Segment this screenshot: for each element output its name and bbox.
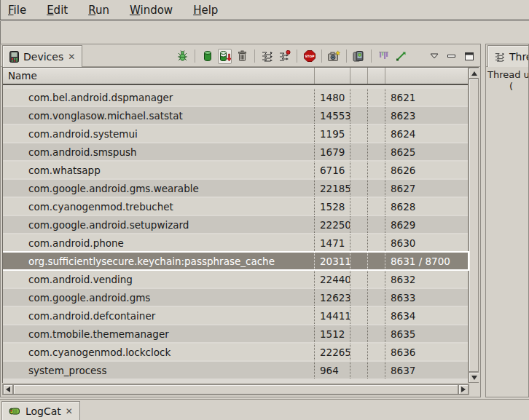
close-icon[interactable]: ✕: [66, 406, 73, 416]
start-method-profiling-icon[interactable]: [278, 49, 291, 64]
table-row-selected[interactable]: org.sufficientlysecure.keychain:passphra…: [3, 253, 468, 269]
toolbar-separator: [371, 49, 372, 63]
scroll-up-button[interactable]: [469, 68, 479, 79]
table-row[interactable]: system_process9648637: [3, 362, 468, 379]
stop-process-icon[interactable]: STOP: [302, 49, 316, 64]
table-header: Name: [3, 68, 468, 85]
toolbar-separator: [195, 49, 195, 63]
menu-edit[interactable]: Edit: [47, 4, 68, 17]
column-header-4[interactable]: [367, 68, 385, 84]
horizontal-scroll-thumb[interactable]: [13, 384, 458, 395]
table-rows: com.bel.android.dspmanager14808621 com.v…: [3, 85, 468, 379]
down-arrow-icon: [471, 376, 477, 380]
update-threads-icon[interactable]: [260, 49, 274, 64]
svg-text:STOP: STOP: [305, 55, 315, 58]
table-row[interactable]: com.bel.android.dspmanager14808621: [3, 89, 468, 106]
cause-gc-icon[interactable]: [235, 49, 249, 64]
menu-bar: File Edit Run Window Help: [0, 0, 529, 20]
table-row[interactable]: com.cyanogenmod.trebuchet15288628: [3, 198, 468, 215]
scroll-right-button[interactable]: [458, 384, 469, 395]
column-header-port[interactable]: [385, 68, 468, 84]
menu-file[interactable]: File: [8, 4, 26, 17]
minimize-icon[interactable]: [444, 49, 458, 64]
horizontal-scrollbar[interactable]: [2, 384, 469, 395]
table-row[interactable]: com.android.phone14718630: [3, 234, 468, 251]
threads-panel: Threads Thread up (: [485, 44, 529, 397]
table-row[interactable]: com.google.android.gms126238633: [3, 289, 468, 306]
menu-window[interactable]: Window: [130, 4, 173, 17]
dump-hprof-icon[interactable]: [218, 49, 232, 64]
scroll-down-button[interactable]: [469, 372, 479, 383]
close-icon[interactable]: ✕: [68, 52, 75, 62]
threads-message: Thread up (: [486, 67, 528, 92]
empty-toolbar-strip: [0, 21, 529, 44]
maximize-icon[interactable]: [462, 49, 476, 64]
toolbar-separator: [321, 49, 322, 63]
update-heap-icon[interactable]: [200, 49, 214, 64]
rotate-screen-icon[interactable]: [352, 49, 366, 64]
menu-run[interactable]: Run: [88, 4, 109, 17]
vertical-scroll-thumb[interactable]: [469, 79, 479, 372]
threads-icon: [495, 52, 505, 62]
left-arrow-icon: [6, 387, 10, 392]
scroll-left-button[interactable]: [3, 384, 13, 395]
tab-threads-label: Threads: [509, 51, 529, 63]
logcat-icon: [9, 406, 21, 416]
tab-devices-label: Devices: [23, 51, 63, 63]
table-row[interactable]: com.google.android.gms.wearable221858627: [3, 180, 468, 197]
table-row[interactable]: com.android.defcontainer144118634: [3, 307, 468, 324]
table-row[interactable]: com.google.android.setupwizard222508629: [3, 216, 468, 233]
toolbar-separator: [346, 49, 347, 63]
tab-logcat[interactable]: LogCat ✕: [1, 401, 80, 420]
right-arrow-icon: [461, 387, 466, 392]
devices-tabbar: Devices ✕: [1, 44, 480, 67]
devices-panel: Devices ✕: [0, 44, 481, 397]
up-arrow-icon: [471, 71, 477, 76]
table-row[interactable]: com.vonglasow.michael.satstat145538623: [3, 107, 468, 124]
menu-help[interactable]: Help: [193, 4, 218, 17]
column-header-pid[interactable]: [314, 68, 350, 84]
toolbar-separator: [254, 49, 255, 63]
table-row[interactable]: com.whatsapp67168626: [3, 162, 468, 178]
table-row[interactable]: com.tmobile.thememanager15128635: [3, 325, 468, 342]
sysinfo-icon[interactable]: [377, 49, 391, 64]
threads-tabbar: Threads: [486, 44, 528, 67]
devices-table: Name com.bel.android.dspmanager14808621 …: [2, 67, 479, 383]
table-row[interactable]: com.cyanogenmod.lockclock222658636: [3, 344, 468, 360]
view-menu-icon[interactable]: [427, 49, 441, 64]
vertical-scrollbar[interactable]: [468, 68, 479, 383]
tracer-icon[interactable]: [394, 49, 408, 64]
devices-toolbar: STOP: [176, 47, 476, 66]
column-header-name[interactable]: Name: [3, 68, 314, 84]
tab-threads[interactable]: Threads: [487, 45, 529, 67]
table-row[interactable]: com.android.vending224408632: [3, 271, 468, 288]
tab-devices[interactable]: Devices ✕: [2, 45, 82, 67]
table-row[interactable]: com.android.systemui11958624: [3, 125, 468, 142]
tab-logcat-label: LogCat: [26, 405, 61, 417]
logcat-panel: LogCat ✕: [0, 399, 529, 420]
toolbar-separator: [297, 49, 297, 63]
table-row[interactable]: com.android.smspush16798625: [3, 143, 468, 160]
screen-capture-icon[interactable]: [327, 49, 341, 64]
debug-process-icon[interactable]: [176, 49, 189, 64]
device-phone-icon: [9, 51, 19, 63]
column-header-3[interactable]: [350, 68, 367, 84]
